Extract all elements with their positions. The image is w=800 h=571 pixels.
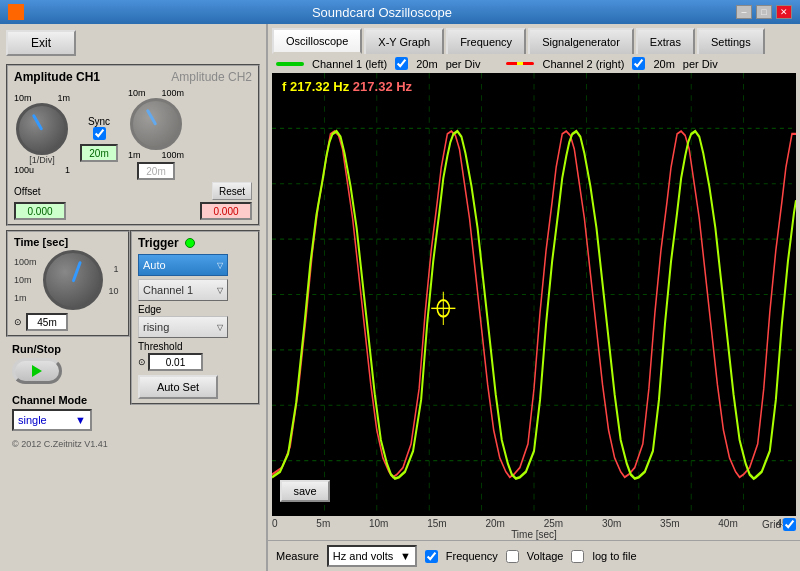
minimize-button[interactable]: – — [736, 5, 752, 19]
maximize-button[interactable]: □ — [756, 5, 772, 19]
measure-dropdown-value: Hz and volts — [333, 550, 394, 562]
title-bar: Soundcard Oszilloscope – □ ✕ — [0, 0, 800, 24]
offset-row: Offset Reset — [14, 182, 252, 200]
auto-set-button[interactable]: Auto Set — [138, 375, 218, 399]
scope-display: f 217.32 Hz 217.32 Hz save — [272, 73, 796, 516]
voltage-label: Voltage — [527, 550, 564, 562]
ch1-color-indicator — [276, 62, 304, 66]
ch2-knob-bot-left: 1m — [128, 150, 141, 160]
amplitude-ch2-label: Amplitude CH2 — [171, 70, 252, 84]
reset-button[interactable]: Reset — [212, 182, 252, 200]
time-axis-labels: 0 5m 10m 15m 20m 25m 30m 35m 40m 45m — [272, 518, 796, 529]
runstop-button[interactable] — [12, 358, 62, 384]
ch2-div-input[interactable] — [137, 162, 175, 180]
channel-mode-value: single — [18, 414, 47, 426]
tick-20m: 20m — [485, 518, 504, 529]
ch2-amplitude-knob-container: 10m 100m 1m 100m — [128, 88, 184, 180]
sync-checkbox[interactable] — [93, 127, 106, 140]
freq-ch2-unit: Hz — [396, 79, 412, 94]
measure-dropdown[interactable]: Hz and volts ▼ — [327, 545, 417, 567]
trigger-led — [185, 238, 195, 248]
ch2-amplitude-knob[interactable] — [130, 98, 182, 150]
edge-label: Edge — [138, 304, 252, 315]
channel-mode-dropdown[interactable]: single ▼ — [12, 409, 92, 431]
offset-inputs-row — [14, 202, 252, 220]
time-input[interactable] — [26, 313, 68, 331]
time-axis-container: 0 5m 10m 15m 20m 25m 30m 35m 40m 45m Tim… — [272, 518, 796, 540]
trigger-edge-dropdown[interactable]: rising ▽ — [138, 316, 228, 338]
ch1-visible-checkbox[interactable] — [395, 57, 408, 70]
tab-frequency[interactable]: Frequency — [446, 28, 526, 54]
sync-label: Sync — [88, 116, 110, 127]
time-label-100m: 100m — [14, 257, 37, 267]
tick-40m: 40m — [718, 518, 737, 529]
trigger-edge-arrow: ▽ — [217, 323, 223, 332]
amplitude-title: Amplitude CH1 Amplitude CH2 — [14, 70, 252, 84]
threshold-label: Threshold — [138, 341, 252, 352]
close-button[interactable]: ✕ — [776, 5, 792, 19]
trigger-channel-dropdown[interactable]: Channel 1 ▽ — [138, 279, 228, 301]
freq-display: f 217.32 Hz 217.32 Hz — [282, 79, 412, 94]
threshold-input[interactable] — [148, 353, 203, 371]
ch2-visible-checkbox[interactable] — [632, 57, 645, 70]
runstop-section: Run/Stop — [6, 339, 130, 388]
tab-signalgenerator[interactable]: Signalgenerator — [528, 28, 634, 54]
frequency-checkbox[interactable] — [425, 550, 438, 563]
trigger-mode-value: Auto — [143, 259, 166, 271]
voltage-checkbox[interactable] — [506, 550, 519, 563]
measure-dropdown-arrow: ▼ — [400, 550, 411, 562]
time-label-1: 1 — [109, 264, 119, 274]
channel-mode-arrow: ▼ — [75, 414, 86, 426]
trigger-edge-value: rising — [143, 321, 169, 333]
exit-button[interactable]: Exit — [6, 30, 76, 56]
time-label: Time [sec] — [14, 236, 122, 248]
time-knob[interactable] — [43, 250, 103, 310]
runstop-label: Run/Stop — [12, 343, 61, 355]
ch1-knob-bot-right: 1 — [65, 165, 70, 175]
time-axis: 0 5m 10m 15m 20m 25m 30m 35m 40m 45m Tim… — [268, 516, 800, 540]
measure-bar: Measure Hz and volts ▼ Frequency Voltage… — [268, 540, 800, 571]
copyright: © 2012 C.Zeitnitz V1.41 — [6, 437, 130, 451]
tick-25m: 25m — [544, 518, 563, 529]
ch1-channel-label: Channel 1 (left) — [312, 58, 387, 70]
ch1-knob-top-left: 10m — [14, 93, 32, 103]
ch2-knob-top-left: 10m — [128, 88, 146, 98]
ch2-offset-input[interactable] — [200, 202, 252, 220]
trigger-channel-arrow: ▽ — [217, 286, 223, 295]
grid-checkbox[interactable] — [783, 518, 796, 531]
ch1-offset-input[interactable] — [14, 202, 66, 220]
log-to-file-checkbox[interactable] — [571, 550, 584, 563]
trigger-channel-value: Channel 1 — [143, 284, 193, 296]
tick-30m: 30m — [602, 518, 621, 529]
log-to-file-label: log to file — [592, 550, 636, 562]
ch1-div-input[interactable] — [80, 144, 118, 162]
ch1-per-div-value: 20m — [416, 58, 437, 70]
time-input-row: ⊙ — [14, 313, 122, 331]
measure-label: Measure — [276, 550, 319, 562]
channel-mode-label: Channel Mode — [12, 394, 124, 406]
amplitude-section: Amplitude CH1 Amplitude CH2 10m 1m [1/Di… — [6, 64, 260, 226]
ch1-div-label: [1/Div] — [29, 155, 55, 165]
app-icon — [8, 4, 24, 20]
tick-35m: 35m — [660, 518, 679, 529]
time-label-10m: 10m — [14, 275, 37, 285]
tick-0: 0 — [272, 518, 278, 529]
tab-xy-graph[interactable]: X-Y Graph — [364, 28, 444, 54]
trigger-mode-dropdown[interactable]: Auto ▽ — [138, 254, 228, 276]
ch1-amplitude-knob[interactable] — [16, 103, 68, 155]
trigger-area: Trigger Auto ▽ Channel 1 ▽ Edge — [130, 230, 260, 565]
bottom-panels: Time [sec] 100m 10m 1m 1 10 — [6, 230, 260, 565]
main-container: Exit Amplitude CH1 Amplitude CH2 10m 1m … — [0, 24, 800, 571]
time-axis-title: Time [sec] — [272, 529, 796, 540]
tab-oscilloscope[interactable]: Oscilloscope — [272, 28, 362, 54]
window-title: Soundcard Oszilloscope — [28, 5, 736, 20]
freq-label: f — [282, 79, 290, 94]
freq-ch1-value: 217.32 — [290, 79, 330, 94]
grid-checkbox-area: Grid — [762, 518, 796, 531]
trigger-section: Trigger Auto ▽ Channel 1 ▽ Edge — [130, 230, 260, 405]
tab-settings[interactable]: Settings — [697, 28, 765, 54]
ch1-knob-top-right: 1m — [57, 93, 70, 103]
ch2-color-indicator — [506, 62, 534, 65]
tab-extras[interactable]: Extras — [636, 28, 695, 54]
save-button[interactable]: save — [280, 480, 330, 502]
